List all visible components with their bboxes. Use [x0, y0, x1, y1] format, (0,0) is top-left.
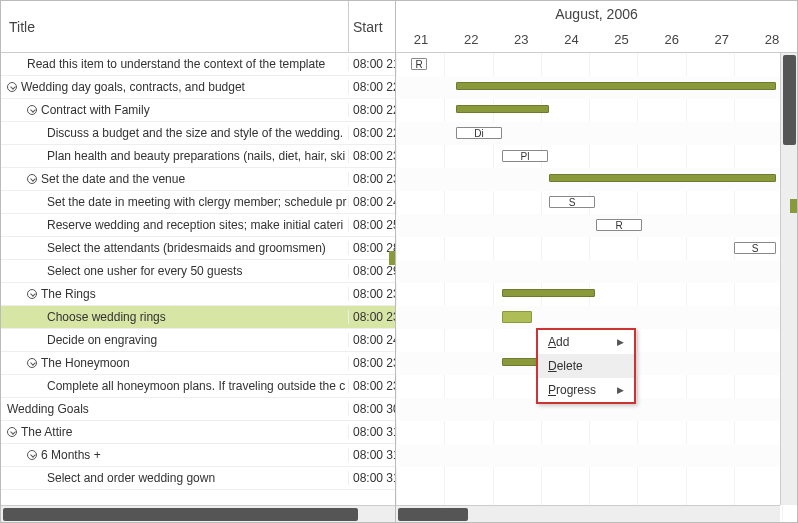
task-start-cell: 08:00 22: [348, 103, 395, 117]
table-row[interactable]: The Honeymoon08:00 23: [1, 352, 395, 375]
table-row[interactable]: Wedding day goals, contracts, and budget…: [1, 76, 395, 99]
summary-bar[interactable]: [456, 105, 549, 113]
table-row[interactable]: Wedding Goals08:00 30: [1, 398, 395, 421]
task-start-cell: 08:00 23: [348, 172, 395, 186]
summary-bar[interactable]: [549, 174, 776, 182]
submenu-arrow-icon: ▶: [617, 337, 624, 347]
table-row[interactable]: Choose wedding rings08:00 23: [1, 306, 395, 329]
task-start-cell: 08:00 31: [348, 448, 395, 462]
table-row[interactable]: Discuss a budget and the size and style …: [1, 122, 395, 145]
task-start-cell: 08:00 23: [348, 310, 395, 324]
table-row[interactable]: Select one usher for every 50 guests08:0…: [1, 260, 395, 283]
timeline-day: 26: [647, 32, 697, 47]
summary-bar[interactable]: [502, 289, 595, 297]
table-row[interactable]: Plan health and beauty preparations (nai…: [1, 145, 395, 168]
task-title-cell[interactable]: Select the attendants (bridesmaids and g…: [1, 241, 348, 255]
task-bar[interactable]: R: [411, 58, 427, 70]
timeline-day: 24: [546, 32, 596, 47]
task-title-cell[interactable]: Reserve wedding and reception sites; mak…: [1, 218, 348, 232]
vertical-scrollbar[interactable]: [780, 53, 797, 505]
gantt-body[interactable]: RDiPlSRS: [396, 53, 797, 522]
expand-icon[interactable]: [27, 105, 37, 115]
table-row[interactable]: Set the date in meeting with clergy memb…: [1, 191, 395, 214]
task-title: Select one usher for every 50 guests: [47, 264, 242, 278]
timeline-day: 21: [396, 32, 446, 47]
task-title-cell[interactable]: Set the date and the venue: [1, 172, 348, 186]
task-title: Select and order wedding gown: [47, 471, 215, 485]
expand-icon[interactable]: [27, 174, 37, 184]
column-start[interactable]: Start: [348, 1, 395, 52]
task-title-cell[interactable]: Discuss a budget and the size and style …: [1, 126, 348, 140]
task-title: Plan health and beauty preparations (nai…: [47, 149, 345, 163]
timeline-day: 23: [496, 32, 546, 47]
summary-bar[interactable]: [456, 82, 776, 90]
task-title-cell[interactable]: The Honeymoon: [1, 356, 348, 370]
task-start-cell: 08:00 30: [348, 402, 395, 416]
task-start-cell: 08:00 23: [348, 287, 395, 301]
task-title-cell[interactable]: Wedding day goals, contracts, and budget: [1, 80, 348, 94]
table-row[interactable]: Reserve wedding and reception sites; mak…: [1, 214, 395, 237]
task-start-cell: 08:00 21: [348, 57, 395, 71]
left-horizontal-scrollbar[interactable]: [1, 505, 395, 522]
task-title: Set the date and the venue: [41, 172, 185, 186]
expand-icon[interactable]: [27, 450, 37, 460]
expand-icon[interactable]: [27, 358, 37, 368]
task-title-cell[interactable]: Contract with Family: [1, 103, 348, 117]
table-row[interactable]: Set the date and the venue08:00 23: [1, 168, 395, 191]
table-row[interactable]: 6 Months +08:00 31: [1, 444, 395, 467]
menu-item-delete[interactable]: Delete: [538, 354, 634, 378]
task-title-cell[interactable]: Read this item to understand the context…: [1, 57, 348, 71]
task-title-cell[interactable]: The Rings: [1, 287, 348, 301]
table-row[interactable]: The Rings08:00 23: [1, 283, 395, 306]
menu-item-progress[interactable]: Progress▶: [538, 378, 634, 402]
table-row[interactable]: Contract with Family08:00 22: [1, 99, 395, 122]
scrollbar-thumb[interactable]: [3, 508, 358, 521]
task-title-cell[interactable]: Choose wedding rings: [1, 310, 348, 324]
table-row[interactable]: Decide on engraving08:00 24: [1, 329, 395, 352]
task-title-cell[interactable]: Wedding Goals: [1, 402, 348, 416]
right-horizontal-scrollbar[interactable]: [396, 505, 780, 522]
scrollbar-thumb[interactable]: [398, 508, 468, 521]
table-row[interactable]: Complete all honeymoon plans. If traveli…: [1, 375, 395, 398]
task-title-cell[interactable]: Select one usher for every 50 guests: [1, 264, 348, 278]
task-bar[interactable]: Pl: [502, 150, 548, 162]
task-title: The Attire: [21, 425, 72, 439]
expand-icon[interactable]: [27, 289, 37, 299]
column-title[interactable]: Title: [1, 19, 348, 35]
overflow-indicator: [790, 199, 797, 213]
task-bar[interactable]: R: [596, 219, 642, 231]
task-title-cell[interactable]: 6 Months +: [1, 448, 348, 462]
task-title: The Rings: [41, 287, 96, 301]
context-menu[interactable]: Add▶DeleteProgress▶: [536, 328, 636, 404]
overflow-indicator: [389, 251, 395, 265]
task-start-cell: 08:00 23: [348, 356, 395, 370]
task-title-cell[interactable]: Decide on engraving: [1, 333, 348, 347]
task-title-cell[interactable]: Plan health and beauty preparations (nai…: [1, 149, 348, 163]
timeline-day: 27: [697, 32, 747, 47]
grid-header: Title Start: [1, 1, 395, 53]
timeline-day: 25: [597, 32, 647, 47]
expand-icon[interactable]: [7, 427, 17, 437]
task-title: The Honeymoon: [41, 356, 130, 370]
task-title-cell[interactable]: The Attire: [1, 425, 348, 439]
table-row[interactable]: Select and order wedding gown08:00 31: [1, 467, 395, 490]
timeline-days: 2122232425262728: [396, 27, 797, 53]
task-bar[interactable]: S: [734, 242, 776, 254]
table-row[interactable]: Select the attendants (bridesmaids and g…: [1, 237, 395, 260]
timeline-day: 28: [747, 32, 797, 47]
menu-label: Progress: [548, 383, 596, 397]
table-row[interactable]: The Attire08:00 31: [1, 421, 395, 444]
timeline-header: August, 2006 2122232425262728: [396, 1, 797, 53]
task-title-cell[interactable]: Set the date in meeting with clergy memb…: [1, 195, 348, 209]
scrollbar-thumb[interactable]: [783, 55, 796, 145]
task-bar[interactable]: Di: [456, 127, 502, 139]
table-row[interactable]: Read this item to understand the context…: [1, 53, 395, 76]
menu-item-add[interactable]: Add▶: [538, 330, 634, 354]
task-title-cell[interactable]: Select and order wedding gown: [1, 471, 348, 485]
task-title-cell[interactable]: Complete all honeymoon plans. If traveli…: [1, 379, 348, 393]
task-bar[interactable]: S: [549, 196, 595, 208]
task-start-cell: 08:00 31: [348, 471, 395, 485]
task-start-cell: 08:00 22: [348, 80, 395, 94]
expand-icon[interactable]: [7, 82, 17, 92]
task-bar[interactable]: [502, 311, 532, 323]
